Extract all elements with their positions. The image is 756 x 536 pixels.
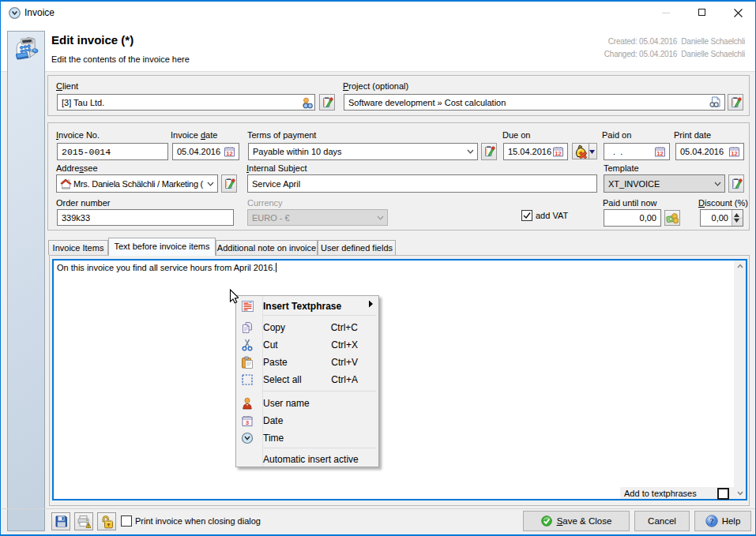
svg-text:12: 12 — [555, 150, 561, 157]
svg-text:12: 12 — [656, 150, 663, 157]
svg-text:?: ? — [709, 517, 713, 526]
svg-text:3: 3 — [246, 419, 250, 426]
svg-text:12: 12 — [226, 150, 232, 157]
svg-text:12: 12 — [731, 150, 737, 157]
